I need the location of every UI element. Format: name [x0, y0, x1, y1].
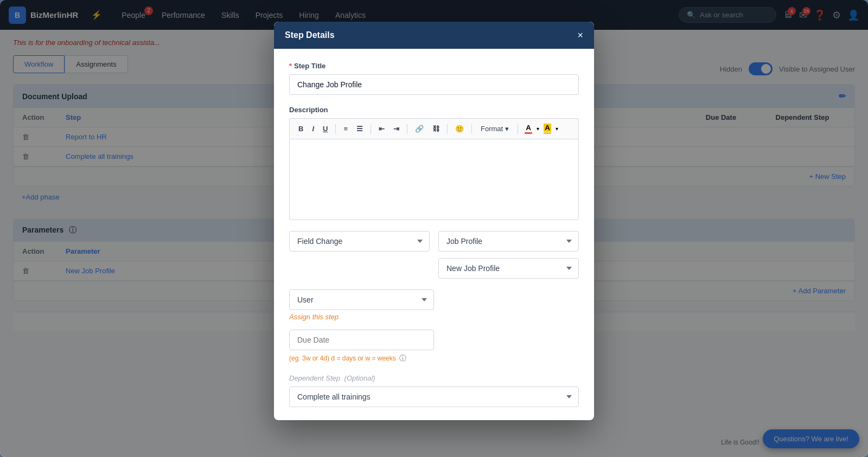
bg-color-button[interactable]: A	[541, 122, 553, 136]
modal-close-button[interactable]: ×	[577, 30, 583, 40]
format-chevron-icon: ▾	[505, 125, 509, 133]
new-job-profile-wrapper: New Job Profile Senior Developer Manager	[438, 258, 579, 279]
assignee-dropdown[interactable]: User Manager HR Admin	[289, 289, 434, 310]
due-date-hint: (eg. 3w or 4d) d = days or w = weeks ⓘ	[289, 353, 579, 363]
field-select-wrapper: Job Profile Department Location	[438, 231, 579, 252]
bg-color-indicator	[544, 132, 551, 134]
step-title-field: * Step Title	[289, 62, 579, 95]
assign-step-link[interactable]: Assign this step	[289, 313, 339, 321]
indent-button[interactable]: ⇥	[390, 123, 403, 134]
text-color-indicator	[525, 132, 532, 134]
bg-color-chevron[interactable]: ▾	[556, 126, 558, 132]
format-dropdown-button[interactable]: Format ▾	[476, 123, 513, 134]
hint-icon[interactable]: ⓘ	[399, 353, 406, 363]
assignee-row: User Manager HR Admin	[289, 289, 579, 310]
underline-button[interactable]: U	[320, 123, 331, 134]
dependent-step-dropdown[interactable]: Complete all trainings Report to HR	[289, 387, 579, 407]
bold-button[interactable]: B	[295, 123, 307, 134]
toolbar-separator	[371, 124, 371, 134]
toolbar-separator	[407, 124, 407, 134]
assignee-select-wrapper: User Manager HR Admin	[289, 289, 434, 310]
step-title-input[interactable]	[289, 74, 579, 95]
description-toolbar: B I U ≡ ☰ ⇤ ⇥ 🔗 ⛓ 🙂	[289, 118, 579, 139]
type-dropdown[interactable]: Field Change Document Upload Task	[289, 231, 430, 252]
description-section: Description B I U ≡ ☰ ⇤ ⇥ 🔗 ⛓	[289, 106, 579, 220]
toolbar-separator	[335, 124, 336, 134]
type-select-wrapper: Field Change Document Upload Task	[289, 231, 430, 252]
modal-title: Step Details	[285, 30, 335, 40]
unlink-button[interactable]: ⛓	[429, 123, 443, 134]
dependent-step-section: Dependent Step (Optional) Complete all t…	[289, 374, 579, 407]
outdent-button[interactable]: ⇤	[375, 123, 388, 134]
field-dropdown[interactable]: Job Profile Department Location	[438, 231, 579, 252]
toolbar-separator	[447, 124, 448, 134]
type-field-row: Field Change Document Upload Task Job Pr…	[289, 231, 579, 252]
modal-header: Step Details ×	[274, 22, 594, 49]
modal-body: * Step Title Description B I U ≡	[274, 49, 594, 420]
toolbar-separator	[518, 124, 518, 134]
description-textarea[interactable]	[289, 139, 579, 220]
dependent-step-label: Dependent Step (Optional)	[289, 374, 579, 382]
new-job-profile-row: New Job Profile Senior Developer Manager	[289, 258, 579, 279]
toolbar-separator	[471, 124, 472, 134]
step-details-modal: Step Details × * Step Title Description	[274, 22, 594, 420]
app-background: B BizMerlinHR ⚡ People 2 Performance Ski…	[0, 0, 868, 457]
modal-overlay: Step Details × * Step Title Description	[0, 0, 868, 457]
due-date-section: (eg. 3w or 4d) d = days or w = weeks ⓘ	[289, 330, 579, 363]
due-date-input[interactable]	[289, 330, 434, 350]
required-star: *	[289, 62, 292, 70]
text-color-button[interactable]: A	[522, 122, 534, 136]
ordered-list-button[interactable]: ≡	[340, 123, 351, 134]
step-title-label: * Step Title	[289, 62, 579, 70]
unordered-list-button[interactable]: ☰	[353, 123, 366, 134]
emoji-button[interactable]: 🙂	[452, 123, 467, 134]
italic-button[interactable]: I	[309, 123, 317, 134]
new-job-profile-dropdown[interactable]: New Job Profile Senior Developer Manager	[438, 258, 579, 279]
description-label: Description	[289, 106, 579, 114]
link-button[interactable]: 🔗	[412, 123, 427, 134]
text-color-chevron[interactable]: ▾	[537, 126, 539, 132]
